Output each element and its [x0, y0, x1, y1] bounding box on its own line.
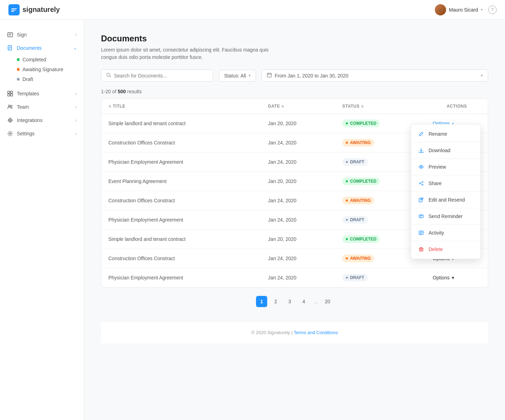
divider	[411, 191, 480, 192]
sidebar-sign-label: Sign	[17, 32, 27, 38]
divider	[411, 175, 480, 175]
rename-icon	[418, 131, 424, 137]
dropdown-preview[interactable]: Preview	[411, 160, 480, 174]
options-button[interactable]: Options ▾	[433, 275, 481, 280]
svg-rect-11	[11, 91, 13, 93]
svg-rect-13	[11, 94, 13, 96]
download-label: Download	[429, 148, 450, 153]
status-badge: COMPLETED	[342, 177, 380, 185]
col-actions: ACTIONS	[426, 99, 488, 114]
integrations-chevron-icon: ›	[75, 118, 77, 123]
date-filter-label: From Jan 1, 2020 to Jan 30, 2020	[275, 73, 348, 79]
sidebar-item-sign[interactable]: Sign ›	[0, 28, 84, 41]
results-count: 1-20 of 500 results	[101, 89, 488, 94]
page-description: Lorem ipsum dolor sit amet, consectetur …	[101, 46, 276, 61]
table-row: Physician Employment Agreement Jan 24, 2…	[101, 268, 488, 287]
awaiting-dot-icon	[17, 68, 20, 71]
sign-icon	[7, 32, 13, 38]
title-cell: Simple landlord and tenant contract	[101, 230, 261, 249]
send-reminder-icon	[418, 213, 424, 219]
sidebar-team-label: Team	[17, 104, 29, 110]
date-cell: Jan 20, 2020	[261, 230, 335, 249]
search-input[interactable]	[114, 73, 208, 79]
svg-line-24	[110, 76, 111, 77]
sidebar-item-completed[interactable]: Completed	[17, 55, 84, 65]
sidebar-integrations-label: Integrations	[17, 117, 42, 123]
status-badge: AWAITING	[342, 197, 374, 204]
title-cell: Event Planning Agreement	[101, 172, 261, 191]
col-date[interactable]: DATE ⇅	[261, 99, 335, 114]
divider	[411, 208, 480, 208]
svg-rect-1	[11, 10, 15, 11]
delete-label: Delete	[429, 246, 443, 252]
svg-line-35	[420, 184, 422, 184]
dropdown-download[interactable]: Download	[411, 144, 480, 157]
status-dot-icon	[346, 219, 348, 221]
activity-icon	[418, 230, 424, 236]
date-filter-chevron-icon: ▾	[481, 73, 483, 78]
page-title: Documents	[101, 34, 488, 43]
divider	[411, 142, 480, 142]
templates-icon	[7, 90, 13, 97]
sidebar-item-documents[interactable]: Documents ⌄	[0, 41, 84, 55]
sidebar-item-awaiting[interactable]: Awaiting Signature	[17, 65, 84, 74]
divider	[411, 241, 480, 241]
sidebar-item-templates[interactable]: Templates ›	[0, 87, 84, 100]
date-sort-icon: ⇅	[281, 104, 284, 108]
svg-rect-25	[267, 73, 271, 77]
col-title[interactable]: ⇅ TITLE	[101, 99, 261, 114]
sidebar-item-integrations[interactable]: Integrations ›	[0, 114, 84, 127]
svg-rect-10	[8, 91, 10, 93]
dropdown-edit-resend[interactable]: Edit and Resend	[411, 193, 480, 206]
completed-dot-icon	[17, 58, 20, 61]
dropdown-send-reminder[interactable]: Send Reminder	[411, 210, 480, 223]
divider	[411, 158, 480, 159]
status-dot-icon	[346, 199, 348, 202]
svg-point-33	[422, 184, 423, 185]
date-cell: Jan 24, 2020	[261, 268, 335, 287]
filters-bar: Status: All ▾ From Jan 1, 2020 to Jan 30…	[101, 69, 488, 82]
sidebar-item-settings[interactable]: Settings ›	[0, 127, 84, 140]
dropdown-share[interactable]: Share	[411, 177, 480, 190]
svg-line-34	[420, 182, 422, 183]
dropdown-activity[interactable]: Activity	[411, 226, 480, 239]
settings-icon	[7, 130, 13, 137]
terms-link[interactable]: Terms and Conditions	[294, 330, 338, 335]
team-chevron-icon: ›	[75, 104, 77, 109]
status-badge: DRAFT	[342, 158, 368, 166]
status-badge: DRAFT	[342, 216, 368, 224]
title-cell: Physician Employment Agreement	[101, 153, 261, 172]
status-badge: AWAITING	[342, 255, 374, 262]
results-showing: 1-20	[101, 89, 111, 94]
col-status[interactable]: STATUS ⇅	[335, 99, 426, 114]
sidebar-item-draft[interactable]: Draft	[17, 74, 84, 84]
search-icon	[106, 73, 111, 79]
search-box[interactable]	[101, 69, 213, 82]
svg-point-30	[420, 166, 422, 168]
divider	[411, 224, 480, 225]
page-3-button[interactable]: 3	[284, 296, 295, 307]
page-4-button[interactable]: 4	[298, 296, 309, 307]
status-dot-icon	[346, 238, 348, 240]
date-filter[interactable]: From Jan 1, 2020 to Jan 30, 2020 ▾	[262, 69, 488, 82]
title-sort-icon: ⇅	[108, 104, 112, 108]
page-2-button[interactable]: 2	[270, 296, 281, 307]
documents-chevron-icon: ⌄	[73, 46, 77, 50]
preview-label: Preview	[429, 164, 446, 170]
user-menu[interactable]: Mauro Sicard ▾	[435, 4, 483, 15]
sidebar-settings-label: Settings	[17, 131, 35, 136]
page-20-button[interactable]: 20	[322, 296, 333, 307]
dropdown-rename[interactable]: Rename	[411, 127, 480, 141]
help-button[interactable]: ?	[488, 6, 497, 14]
svg-point-14	[9, 105, 11, 107]
status-filter[interactable]: Status: All ▾	[219, 70, 256, 82]
page-1-button[interactable]: 1	[256, 296, 267, 307]
templates-chevron-icon: ›	[75, 91, 77, 96]
share-icon	[418, 180, 424, 187]
date-cell: Jan 24, 2020	[261, 210, 335, 230]
header: signaturely Mauro Sicard ▾ ?	[0, 0, 505, 20]
status-dot-icon	[346, 142, 348, 144]
sidebar-item-team[interactable]: Team ›	[0, 100, 84, 114]
dropdown-delete[interactable]: Delete	[411, 243, 480, 256]
user-chevron-icon: ▾	[481, 8, 483, 12]
